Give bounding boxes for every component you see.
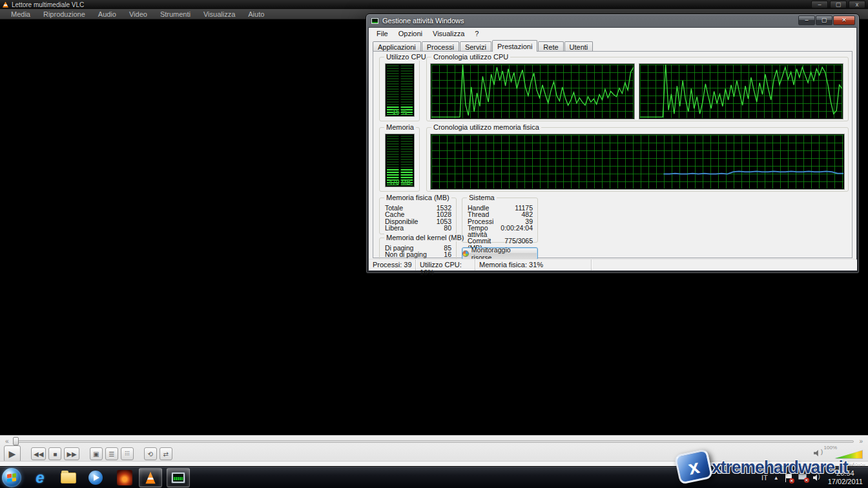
xtremehardware-logo-icon: x [674,449,713,485]
vlc-cone-icon [3,2,8,8]
taskbar-item-explorer[interactable] [57,468,80,487]
seek-back-icon[interactable]: « [5,438,9,445]
vlc-titlebar[interactable]: Lettore multimediale VLC – ▢ x [0,0,868,9]
taskbar-item-flame-app[interactable] [113,468,136,487]
resource-monitor-icon [462,250,469,257]
internet-explorer-icon: e [36,471,44,485]
memory-history-label: Cronologia utilizzo memoria fisica [431,123,541,131]
vlc-menu-riproduzione[interactable]: Riproduzione [37,10,91,19]
cpu-history-graph-core2 [639,63,843,119]
stat-row: Libera80 [385,225,451,231]
loop-button[interactable]: ⟲ [144,447,157,460]
next-button[interactable]: ▶▶ [64,447,79,460]
system-group: Sistema Handle11175 Thread482 Processi39… [462,198,538,243]
seek-bar[interactable] [14,440,854,443]
tm-menu-file[interactable]: File [371,28,393,39]
task-manager-title: Gestione attività Windows [382,17,464,25]
watermark: x xtremehardware.it [673,451,868,484]
vlc-menu-strumenti[interactable]: Strumenti [154,10,196,19]
cpu-usage-meter: 16 % [385,63,415,117]
tm-close-button[interactable]: ✕ [833,15,855,25]
playlist-button[interactable]: ☰ [105,447,118,460]
physical-memory-label: Memoria fisica (MB) [384,194,451,201]
task-manager-window: Gestione attività Windows – ▢ ✕ File Opz… [366,14,860,274]
task-manager-taskbar-icon [171,472,185,483]
cpu-history-graph-core1 [430,63,635,119]
memory-label: Memoria [384,123,416,131]
seek-forward-icon[interactable]: » [859,438,863,445]
tab-servizi[interactable]: Servizi [460,41,491,52]
vlc-menu-audio[interactable]: Audio [92,10,122,19]
stat-row: Tempo attività0:00:24:04 [468,225,533,238]
taskbar-item-internet-explorer[interactable]: e [28,468,52,487]
cpu-usage-value: 16 % [386,108,414,116]
cpu-history-label: Cronologia utilizzo CPU [431,53,510,61]
video-toggle-button[interactable]: ▣ [90,447,103,460]
kernel-memory-group: Memoria del kernel (MB) Di paging85 Non … [379,238,457,261]
kernel-memory-label: Memoria del kernel (MB) [384,234,466,241]
tm-maximize-button[interactable]: ▢ [816,15,832,25]
cpu-usage-group: Utilizzo CPU 16 % [379,57,420,121]
start-button[interactable] [2,468,21,487]
tm-minimize-button[interactable]: – [798,15,815,25]
cpu-history-group: Cronologia utilizzo CPU [426,57,849,121]
tm-tab-strip: Applicazioni Processi Servizi Prestazion… [373,40,852,52]
stop-button[interactable]: ■ [48,447,61,460]
shuffle-button[interactable]: ⇄ [160,447,172,460]
tm-menu-visualizza[interactable]: Visualizza [428,28,470,39]
tm-menu-opzioni[interactable]: Opzioni [393,28,428,39]
vlc-window-title: Lettore multimediale VLC [12,1,84,8]
vlc-close-button[interactable]: x [849,1,865,8]
vlc-menu-visualizza[interactable]: Visualizza [198,10,241,19]
task-manager-titlebar[interactable]: Gestione attività Windows – ▢ ✕ [366,14,859,27]
extended-settings-button[interactable]: ⫶⫶⫶ [121,447,134,460]
tab-processi[interactable]: Processi [422,41,459,52]
play-button[interactable]: ▶ [4,445,21,462]
system-label: Sistema [467,194,497,201]
tab-rete[interactable]: Rete [538,41,563,52]
task-manager-icon [371,17,379,25]
memory-history-group: Cronologia utilizzo memoria fisica [426,127,849,192]
memory-history-graph [430,134,845,190]
status-cpu: Utilizzo CPU: 16% [416,259,475,270]
taskbar-item-media-player[interactable] [84,468,107,487]
folder-icon [61,473,76,483]
vlc-cone-icon [144,471,157,484]
performance-tab-page: Utilizzo CPU 16 % Cronologia utilizzo CP… [373,51,852,258]
resource-monitor-button[interactable]: Monitoraggio risorse... [462,247,538,260]
seek-handle[interactable] [13,437,19,445]
flame-app-icon [117,470,132,485]
tab-applicazioni[interactable]: Applicazioni [373,41,421,52]
status-memory: Memoria fisica: 31% [475,259,592,270]
tm-status-bar: Processi: 39 Utilizzo CPU: 16% Memoria f… [369,259,856,270]
vlc-menu-aiuto[interactable]: Aiuto [242,10,270,19]
memory-group: Memoria 479 MB [379,127,420,192]
previous-button[interactable]: ◀◀ [31,447,46,460]
cpu-usage-label: Utilizzo CPU [384,53,428,61]
tab-utenti[interactable]: Utenti [564,41,594,52]
tab-prestazioni[interactable]: Prestazioni [492,40,537,52]
tm-menu-help[interactable]: ? [470,28,484,39]
vlc-maximize-button[interactable]: ▢ [830,1,847,8]
memory-value: 479 MB [386,179,414,186]
taskbar-item-vlc[interactable] [139,468,162,487]
tm-menubar: File Opzioni Visualizza ? [369,28,856,39]
media-player-icon [88,471,103,485]
vlc-minimize-button[interactable]: – [811,1,828,8]
windows-logo-icon [7,473,16,482]
taskbar-item-task-manager[interactable] [167,468,190,487]
vlc-menu-media[interactable]: Media [5,10,36,19]
watermark-text: xtremehardware.it [712,457,848,478]
memory-meter: 479 MB [385,134,415,187]
stat-row: Non di paging16 [385,251,451,258]
status-processes: Processi: 39 [369,259,416,270]
physical-memory-group: Memoria fisica (MB) Totale1532 Cache1028… [379,198,457,234]
vlc-menu-video[interactable]: Video [123,10,153,19]
